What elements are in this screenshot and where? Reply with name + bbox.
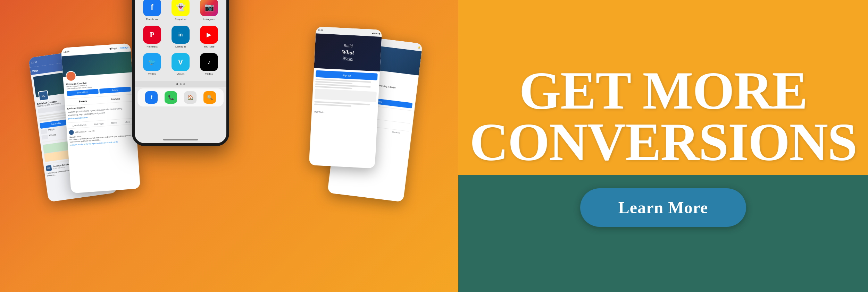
social-icon-instagram[interactable]: 📷 Instagram xyxy=(197,0,221,21)
learn-more-button[interactable]: Learn More xyxy=(580,188,746,227)
settings-label: Settings xyxy=(119,46,128,49)
left-section: 11:17 ◀ Envision Creative Page EC Envisi… xyxy=(0,0,458,292)
phones-container: 11:17 ◀ Envision Creative Page EC Envisi… xyxy=(38,11,420,281)
phone-instagram: 11:18 ◀ Page Settings Envision Creative … xyxy=(61,43,141,194)
phone-back-right2: 11:18 ◀ ■ ● ◀ Build What Works Sign up xyxy=(309,26,382,168)
phone-social-main: 11:18 ▲ ◀ ■ Social f Facebook xyxy=(132,0,229,146)
social-icon-twitter[interactable]: 🐦 Twitter xyxy=(140,53,164,76)
social-icon-youtube[interactable]: ▶ YouTube xyxy=(197,26,221,48)
right-content: GET MORE CONVERSIONS Learn More xyxy=(458,44,868,248)
social-icon-linkedin[interactable]: in LinkedIn xyxy=(169,26,192,48)
banner: 11:17 ◀ Envision Creative Page EC Envisi… xyxy=(0,0,868,292)
social-icon-pinterest[interactable]: P Pinterest xyxy=(140,26,164,48)
social-icon-vimeo[interactable]: V Vimeo xyxy=(169,53,192,76)
social-icon-tiktok[interactable]: ♪ TikTok xyxy=(197,53,221,76)
social-icon-facebook[interactable]: f Facebook xyxy=(140,0,164,21)
social-icon-snapchat[interactable]: 👻 Snapchat xyxy=(169,0,192,21)
right-section: GET MORE CONVERSIONS Learn More xyxy=(458,0,868,292)
headline-line1: GET MORE xyxy=(519,61,807,120)
headline: GET MORE CONVERSIONS xyxy=(470,65,857,168)
headline-line2: CONVERSIONS xyxy=(470,112,857,172)
